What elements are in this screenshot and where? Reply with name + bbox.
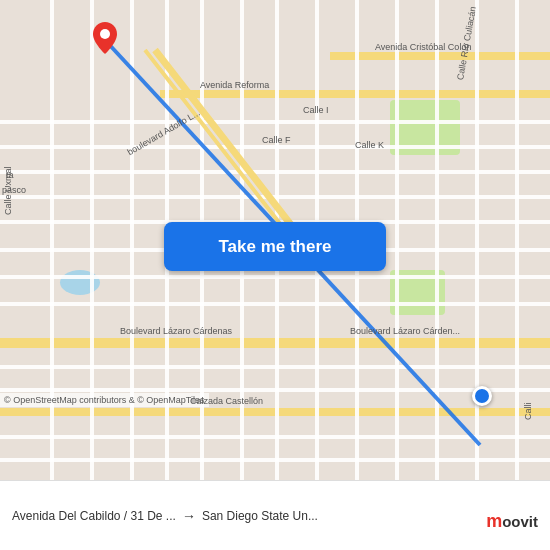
moovit-logo: moovit <box>486 511 538 532</box>
route-to: San Diego State Un... <box>202 509 318 523</box>
street-v11 <box>435 0 439 480</box>
moovit-m: m <box>486 511 502 531</box>
moovit-oovit: oovit <box>502 513 538 530</box>
route-arrow: → <box>182 508 196 524</box>
street-v10 <box>395 0 399 480</box>
street-v12 <box>475 0 479 480</box>
map-container: Avenida Reforma boulevard Adolfo L... Ca… <box>0 0 550 480</box>
street-v2 <box>90 0 94 480</box>
pond-1 <box>60 270 100 295</box>
destination-marker <box>472 386 492 406</box>
moovit-logo-text: moovit <box>486 511 538 532</box>
route-info: Avenida Del Cabildo / 31 De ... → San Di… <box>12 508 538 524</box>
osm-credit: © OpenStreetMap contributors & © OpenMap… <box>0 393 209 407</box>
svg-point-3 <box>100 29 110 39</box>
route-from: Avenida Del Cabildo / 31 De ... <box>12 509 176 523</box>
bottom-bar: Avenida Del Cabildo / 31 De ... → San Di… <box>0 480 550 550</box>
origin-marker <box>93 22 117 54</box>
street-v1 <box>50 0 54 480</box>
street-v13 <box>515 0 519 480</box>
street-v3 <box>130 0 134 480</box>
take-me-there-button[interactable]: Take me there <box>164 222 386 271</box>
